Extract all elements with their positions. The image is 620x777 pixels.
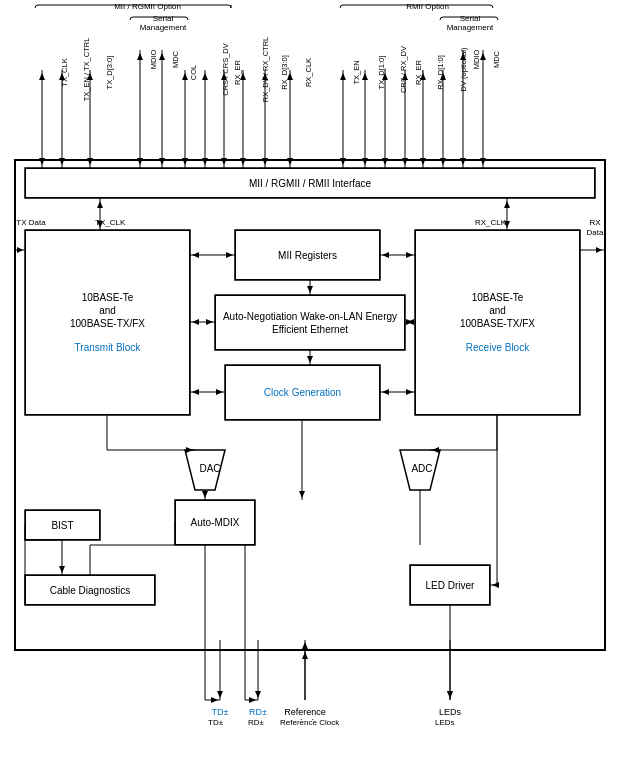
rmii-option-label: RMII Option (355, 2, 500, 11)
rx-clk-signal: RX_CLK (304, 43, 313, 103)
auto-mdix-label: Auto-MDIX (191, 516, 240, 529)
svg-marker-92 (407, 319, 414, 325)
transmit-block-label: 10BASE-Teand100BASE-TX/FX (70, 291, 145, 330)
svg-marker-42 (262, 158, 268, 165)
svg-marker-31 (182, 73, 188, 80)
svg-marker-83 (192, 252, 199, 258)
clock-generation-label: Clock Generation (264, 386, 341, 399)
svg-marker-39 (240, 158, 246, 165)
svg-marker-45 (287, 158, 293, 165)
svg-marker-97 (406, 389, 413, 395)
svg-marker-15 (39, 158, 45, 165)
mdc-left-signal: MDC (171, 35, 180, 85)
svg-marker-18 (59, 158, 65, 165)
mii-rgmii-option-label: MII / RGMII Option (50, 2, 245, 11)
rd-label: RD± (248, 718, 264, 727)
transmit-block: 10BASE-Teand100BASE-TX/FX Transmit Block (25, 230, 190, 415)
svg-marker-120 (59, 566, 65, 573)
serial-mgmt-left-label: SerialManagement (128, 14, 198, 32)
svg-marker-75 (97, 201, 103, 208)
svg-marker-57 (402, 158, 408, 165)
cable-diagnostics-block: Cable Diagnostics (25, 575, 155, 605)
bist-label: BIST (51, 519, 73, 532)
svg-marker-80 (596, 247, 602, 253)
receive-block-colored-label: Receive Block (466, 341, 529, 354)
tx-en-tx-ctrl-signal: TX_EN / TX_CTRL (82, 32, 91, 107)
rx-data-label: RX Data (580, 218, 610, 239)
tx-clk-signal: TX_CLK (60, 43, 69, 103)
svg-marker-82 (226, 252, 233, 258)
svg-marker-27 (159, 158, 165, 165)
svg-marker-54 (382, 158, 388, 165)
svg-marker-126 (211, 697, 218, 703)
svg-marker-88 (206, 319, 213, 325)
bist-block: BIST (25, 510, 100, 540)
led-driver-label: LED Driver (426, 579, 475, 592)
receive-block: 10BASE-Teand100BASE-TX/FX Receive Block (415, 230, 580, 415)
svg-marker-66 (460, 158, 466, 165)
svg-marker-72 (17, 247, 23, 253)
mdc-rmii-signal: MDC (492, 35, 501, 85)
svg-marker-112 (202, 491, 208, 498)
reference-clock-label: Reference Clock (280, 718, 339, 728)
svg-marker-34 (202, 73, 208, 80)
svg-marker-100 (307, 286, 313, 293)
svg-marker-131 (302, 652, 308, 659)
cable-diagnostics-label: Cable Diagnostics (50, 584, 131, 597)
crs-crs-dv-signal: CRS / CRS_DV (221, 35, 230, 105)
svg-marker-129 (249, 697, 256, 703)
svg-marker-52 (362, 73, 368, 80)
svg-marker-63 (440, 158, 446, 165)
svg-marker-110 (432, 447, 439, 453)
svg-marker-94 (216, 389, 223, 395)
auto-negotiation-block: Auto-Negotiation Wake-on-LAN Energy Effi… (215, 295, 405, 350)
crs-rmii-signal: CRS / RX_DV (399, 35, 408, 105)
rx-clk-main-label: RX_CLK (475, 218, 506, 227)
svg-marker-36 (221, 158, 227, 165)
svg-marker-142 (302, 642, 308, 649)
rx-dv-rx-ctrl-signal: RX_DV / RX_CTRL (261, 32, 270, 107)
tx-en-rmii-signal: TX_EN (352, 48, 361, 98)
svg-marker-48 (340, 158, 346, 165)
svg-marker-95 (192, 389, 199, 395)
svg-marker-51 (362, 158, 368, 165)
svg-marker-70 (480, 53, 486, 60)
auto-mdix-block: Auto-MDIX (175, 500, 255, 545)
svg-marker-30 (182, 158, 188, 165)
mii-registers-label: MII Registers (278, 249, 337, 262)
auto-negotiation-label: Auto-Negotiation Wake-on-LAN Energy Effi… (216, 310, 404, 336)
svg-marker-133 (447, 691, 453, 698)
mdio-rmii-signal: MDIO (472, 35, 481, 85)
tx-clk-main-label: TX_CLK (95, 218, 125, 227)
svg-marker-86 (382, 252, 389, 258)
rx-er-signal: RX_ER (233, 48, 242, 98)
clock-generation-block: Clock Generation (225, 365, 380, 420)
svg-marker-49 (340, 73, 346, 80)
mii-interface-block: MII / RGMII / RMII Interface (25, 168, 595, 198)
leds-label: LEDs (435, 718, 455, 727)
adc-label: ADC (402, 463, 442, 474)
svg-text:TD±: TD± (212, 707, 229, 717)
svg-marker-85 (406, 252, 413, 258)
mdio-left-signal: MDIO (149, 35, 158, 85)
rx-d-rmii-signal: RX_D[1:0] (436, 43, 445, 103)
svg-marker-144 (447, 691, 453, 698)
svg-marker-69 (480, 158, 486, 165)
svg-marker-28 (159, 53, 165, 60)
rx-er-rmii-signal: RX_ER (414, 48, 423, 98)
block-diagram: MII / RGMII Option RMII Option SerialMan… (0, 0, 620, 777)
rx-d-signal: RX_D[3:0] (280, 40, 289, 105)
led-driver-block: LED Driver (410, 565, 490, 605)
svg-marker-136 (492, 582, 499, 588)
receive-block-label: 10BASE-Teand100BASE-TX/FX (460, 291, 535, 330)
svg-marker-105 (186, 447, 193, 453)
td-label: TD± (208, 718, 223, 727)
svg-text:LEDs: LEDs (439, 707, 462, 717)
svg-marker-102 (307, 356, 313, 363)
transmit-block-colored-label: Transmit Block (75, 341, 141, 354)
svg-marker-140 (255, 691, 261, 698)
mii-interface-label: MII / RGMII / RMII Interface (249, 177, 371, 190)
serial-mgmt-right-label: SerialManagement (435, 14, 505, 32)
svg-marker-24 (137, 158, 143, 165)
svg-marker-107 (299, 491, 305, 498)
